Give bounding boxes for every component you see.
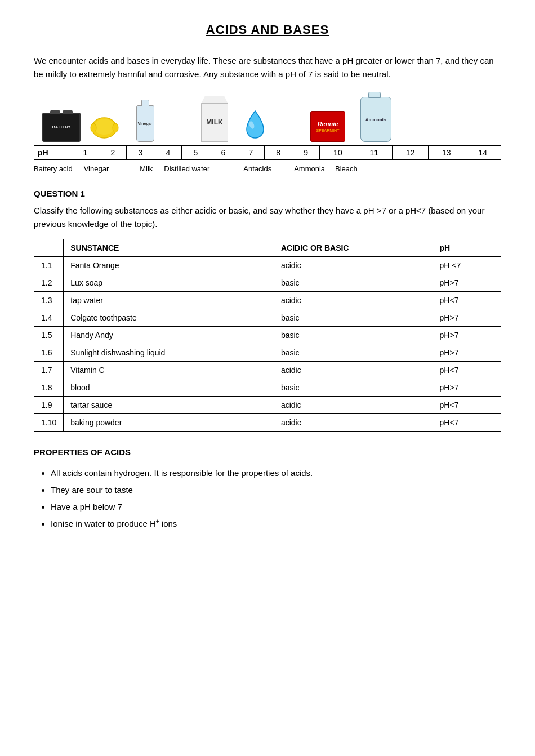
ammonia-label: Ammonia xyxy=(294,164,325,173)
table-row: 1.1Fanta OrangeacidicpH <7 xyxy=(34,257,501,274)
distilled-label: Distilled water xyxy=(164,164,209,173)
table-row: 1.2Lux soapbasicpH>7 xyxy=(34,274,501,292)
table-row: 1.5Handy AndybasicpH>7 xyxy=(34,327,501,344)
antacids-label: Antacids xyxy=(243,164,271,173)
ph-scale-table-wrapper: pH1234567891011121314 xyxy=(34,145,501,160)
table-row: 1.3tap wateracidicpH<7 xyxy=(34,292,501,309)
properties-list: All acids contain hydrogen. It is respon… xyxy=(34,465,501,532)
table-row: 1.6Sunlight dishwashing liquidbasicpH>7 xyxy=(34,344,501,362)
question1-heading: QUESTION 1 xyxy=(34,189,501,198)
table-row: 1.8bloodbasicpH>7 xyxy=(34,379,501,397)
vinegar-label: Vinegar xyxy=(84,164,109,173)
bleach-label: Bleach xyxy=(335,164,358,173)
milk-product: MILK xyxy=(195,103,234,142)
svg-point-2 xyxy=(91,123,96,132)
milk-label: Milk xyxy=(140,164,153,173)
ph-diagram: BATTERY Vinegar xyxy=(34,97,501,173)
rennie-product: Rennie SPEARMINT xyxy=(305,111,350,142)
svg-point-1 xyxy=(94,119,114,135)
properties-section: PROPERTIES OF ACIDS All acids contain hy… xyxy=(34,447,501,532)
question1-section: QUESTION 1 Classify the following substa… xyxy=(34,189,501,432)
list-item: All acids contain hydrogen. It is respon… xyxy=(51,465,501,482)
list-item: Have a pH below 7 xyxy=(51,499,501,515)
battery-product: BATTERY xyxy=(38,113,84,142)
table-row: 1.10baking powderacidicpH<7 xyxy=(34,414,501,432)
table-row: 1.7Vitamin CacidicpH<7 xyxy=(34,362,501,379)
page-title: ACIDS AND BASES xyxy=(34,23,501,37)
intro-paragraph: We encounter acids and bases in everyday… xyxy=(34,54,501,81)
lemon-product xyxy=(84,111,124,142)
ph-scale-table: pH1234567891011121314 xyxy=(34,145,501,160)
list-item: Ionise in water to produce H+ ions xyxy=(51,515,501,532)
ammonia-product: Ammonia xyxy=(350,97,401,142)
table-row: 1.4Colgate toothpastebasicpH>7 xyxy=(34,309,501,327)
table-row: 1.9tartar sauceacidicpH<7 xyxy=(34,397,501,414)
svg-point-3 xyxy=(113,123,118,132)
question1-text: Classify the following substances as eit… xyxy=(34,204,501,231)
battery-label: Battery acid xyxy=(34,164,73,173)
ph-substance-labels: Battery acid Vinegar Milk Distilled wate… xyxy=(34,162,501,173)
water-product xyxy=(234,108,276,142)
properties-heading: PROPERTIES OF ACIDS xyxy=(34,447,501,457)
vinegar-product: Vinegar xyxy=(124,105,166,142)
classification-table: SUNSTANCEACIDIC OR BASICpH 1.1Fanta Oran… xyxy=(34,239,501,432)
list-item: They are sour to taste xyxy=(51,482,501,499)
